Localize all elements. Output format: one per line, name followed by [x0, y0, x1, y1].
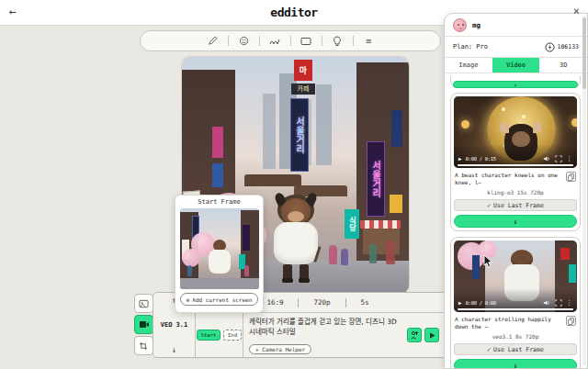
tab-video[interactable]: Video [492, 58, 540, 73]
plan-row: Plan: Pro 106133 [445, 37, 587, 58]
thumb-character-body [209, 250, 231, 274]
video-meta: kling-o3 15s 720p [454, 189, 577, 196]
volume-icon[interactable] [542, 154, 550, 162]
thumb-road [180, 278, 259, 289]
background-building [316, 84, 332, 165]
video-card: ▶ 0:08 / 0:15 ⋮ A beast character kneels… [450, 93, 581, 231]
prompt-caption-row: A character strolling happily down the — [454, 316, 577, 330]
thumb-sign [472, 255, 480, 279]
video-controls: ▶ 0:08 / 0:08 ⋮ [454, 298, 577, 307]
start-frame-button[interactable]: Start [197, 330, 221, 341]
play-icon[interactable]: ▶ [458, 155, 462, 162]
sign-restaurant: 식당 [345, 209, 359, 239]
check-icon: ✓ [487, 202, 491, 209]
pencil-icon[interactable] [207, 35, 219, 47]
add-current-screen-button[interactable]: ⊕ Add current screen [180, 293, 258, 306]
prompt-input[interactable]: 캐릭터가 거리를 즐겁게 걷고 있는 장면, 디즈니 3D 시네마틱 스타일 [249, 317, 401, 338]
progress-bar[interactable] [458, 164, 573, 166]
volume-icon[interactable] [542, 298, 550, 307]
download-button[interactable]: ↓ [454, 359, 577, 368]
canvas-toolbar: ≡ [140, 30, 441, 51]
use-last-frame-label: Use Last Frame [493, 202, 544, 209]
thumb-pedestrian [244, 265, 249, 276]
use-last-frame-label: Use Last Frame [493, 346, 544, 353]
frame-toggle: Start End [196, 313, 243, 357]
crop-mode-icon[interactable] [134, 336, 153, 355]
lamp [571, 118, 577, 127]
kebab-menu-icon[interactable]: ⋮ [566, 299, 572, 307]
pedestrian [386, 240, 395, 264]
generate-button[interactable] [424, 328, 439, 342]
sign-seoul-street-neon: 서울거리 [290, 98, 309, 172]
mode-rail [134, 294, 153, 357]
start-frame-thumbnail[interactable] [180, 208, 259, 289]
market-stall [360, 220, 401, 229]
avatar[interactable] [453, 18, 467, 32]
pedestrian [329, 245, 337, 264]
tab-image[interactable]: Image [445, 58, 492, 73]
camera-helper-button[interactable]: + Camera Helper [249, 344, 311, 354]
use-last-frame-button[interactable]: ✓ Use Last Frame [454, 343, 577, 355]
duration-value[interactable]: 5s [361, 298, 369, 307]
time-display: 0:08 / 0:15 [466, 156, 496, 162]
thumb-blossom [182, 249, 200, 267]
video-card: ▶ 0:08 / 0:08 ⋮ A character strolling ha… [450, 237, 581, 368]
start-frame-title: Start Frame [180, 198, 258, 206]
sign-cafe: 카페 [291, 84, 315, 95]
menu-icon[interactable]: ≡ [363, 35, 375, 47]
scrollbar-thumb[interactable] [582, 17, 586, 89]
video-player[interactable]: ▶ 0:08 / 0:15 ⋮ [454, 96, 577, 168]
frame-icon[interactable] [300, 35, 312, 47]
thumb-sign [560, 248, 570, 260]
username: mg [472, 21, 481, 29]
small-sign [391, 110, 402, 147]
sticker-icon[interactable] [238, 35, 250, 47]
download-button[interactable]: ↓ [454, 215, 577, 228]
plan-label: Plan: Pro [453, 43, 488, 50]
fullscreen-icon[interactable] [554, 298, 562, 307]
small-sign [390, 195, 402, 213]
aspect-ratio-value[interactable]: 16:9 [266, 298, 283, 307]
video-controls: ▶ 0:08 / 0:15 ⋮ [454, 154, 577, 162]
thumb-sign [569, 264, 576, 283]
thumb-sign [243, 225, 250, 251]
toolbar-divider [290, 36, 291, 46]
beast-character [270, 193, 322, 285]
toolbar-divider [228, 36, 229, 46]
video-mode-icon[interactable] [134, 315, 153, 334]
media-tabs: Image Video 3D [445, 58, 587, 73]
next-model-icon[interactable]: ↓ [172, 345, 176, 354]
pedestrian [341, 249, 348, 265]
video-prompt-text: A beast character kneels on one knee, l— [455, 172, 563, 186]
tab-3d[interactable]: 3D [539, 58, 587, 73]
user-row: mg [445, 14, 587, 37]
motion-icon[interactable] [269, 35, 281, 47]
download-button[interactable]: ↓ [453, 81, 578, 88]
prompt-actions [407, 313, 442, 357]
beast-horn [533, 122, 542, 133]
video-list[interactable]: ↓ ▶ 0:08 / 0:15 [445, 73, 587, 368]
fullscreen-icon[interactable] [554, 154, 562, 162]
use-last-frame-button[interactable]: ✓ Use Last Frame [454, 199, 577, 211]
sign-ma: 마 [294, 60, 312, 81]
toolbar-divider [353, 36, 354, 46]
close-icon[interactable]: × [573, 5, 580, 17]
play-icon[interactable]: ▶ [458, 299, 462, 306]
progress-bar[interactable] [458, 308, 573, 310]
copy-icon[interactable] [566, 172, 576, 182]
model-label: VEO 3.1 [161, 321, 188, 329]
lamp [461, 120, 469, 129]
small-sign [212, 127, 223, 158]
copy-icon[interactable] [566, 316, 576, 326]
thumb-blossom [478, 240, 496, 259]
idea-icon[interactable] [332, 35, 344, 47]
image-mode-icon[interactable] [134, 294, 153, 313]
resolution-value[interactable]: 720p [313, 298, 330, 307]
export-character-button[interactable] [407, 328, 422, 342]
toolbar-divider [322, 36, 322, 46]
video-player[interactable]: ▶ 0:08 / 0:08 ⋮ [454, 240, 577, 312]
end-frame-button[interactable]: End [223, 330, 242, 341]
video-prompt-text: A character strolling happily down the — [455, 316, 563, 330]
settings-divider [298, 298, 299, 308]
kebab-menu-icon[interactable]: ⋮ [566, 155, 572, 162]
